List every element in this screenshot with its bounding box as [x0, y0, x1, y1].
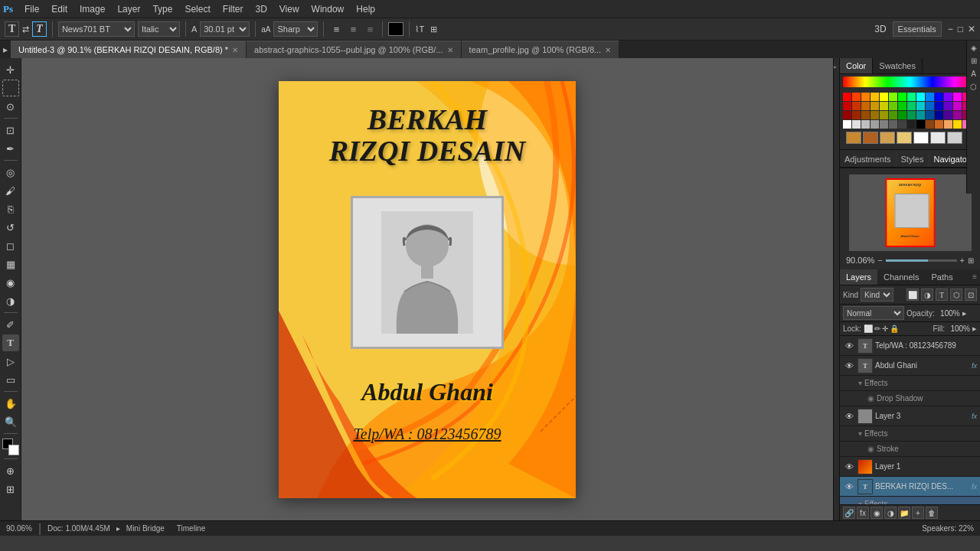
- type-tool[interactable]: T: [2, 334, 19, 351]
- layer-fx-abdulghani[interactable]: fx: [972, 362, 977, 370]
- tab-abstract[interactable]: abstract-graphics-1055--publ.jpg @ 100% …: [247, 41, 462, 58]
- swatch[interactable]: [935, 102, 943, 110]
- swatch[interactable]: [907, 111, 916, 119]
- tab-untitled3[interactable]: Untitled-3 @ 90.1% (BERKAH RIZQI DESAIN,…: [11, 41, 247, 58]
- layer-row-layer3[interactable]: 👁 Layer 3 fx: [840, 406, 980, 426]
- color-preset-2[interactable]: [863, 132, 878, 144]
- lock-position[interactable]: ✛: [882, 324, 888, 333]
- character-panel-button[interactable]: ⊞: [430, 24, 437, 34]
- color-preset-light[interactable]: [930, 132, 946, 144]
- fill-expand-icon[interactable]: ▸: [972, 324, 977, 334]
- maximize-button[interactable]: □: [958, 24, 963, 34]
- tab-abstract-close[interactable]: ✕: [447, 46, 453, 54]
- color-preset-4[interactable]: [897, 132, 912, 144]
- swatch[interactable]: [907, 102, 916, 110]
- font-size-dropdown[interactable]: 30.01 pt: [200, 21, 250, 37]
- align-center-button[interactable]: ≡: [346, 24, 360, 35]
- swatch[interactable]: [861, 102, 870, 110]
- filter-adjust[interactable]: ◑: [921, 289, 933, 301]
- layer-group-button[interactable]: 📁: [898, 507, 910, 519]
- selection-tool[interactable]: [2, 80, 19, 96]
- swatch[interactable]: [871, 111, 879, 119]
- swatch[interactable]: [843, 120, 851, 129]
- tab-channels[interactable]: Channels: [877, 269, 925, 285]
- rvi-shape[interactable]: ⬡: [970, 83, 977, 91]
- layer-new-button[interactable]: +: [912, 507, 924, 519]
- tab-styles[interactable]: Styles: [897, 152, 929, 167]
- tab-swatches[interactable]: Swatches: [873, 58, 923, 73]
- tab-untitled3-close[interactable]: ✕: [232, 46, 238, 54]
- fg-bg-colors[interactable]: [2, 439, 19, 455]
- swatch[interactable]: [916, 93, 925, 101]
- rvi-color[interactable]: ◈: [969, 44, 978, 52]
- menu-edit[interactable]: Edit: [46, 2, 73, 16]
- swatch[interactable]: [907, 93, 916, 101]
- lasso-tool[interactable]: ⊙: [2, 98, 19, 115]
- text-tool-toggle[interactable]: T: [5, 21, 19, 37]
- navigator-preview[interactable]: BERKAH RIZQI Abdul Ghani: [849, 174, 972, 251]
- tabs-expand-icon[interactable]: ▸: [3, 44, 8, 55]
- layer-style-button[interactable]: fx: [857, 507, 869, 519]
- swatch[interactable]: [843, 111, 851, 119]
- text-tool-active[interactable]: T: [32, 21, 47, 37]
- menu-file[interactable]: File: [19, 2, 44, 16]
- opacity-expand-icon[interactable]: ▸: [962, 308, 967, 318]
- swatch[interactable]: [953, 93, 962, 101]
- anti-alias-dropdown[interactable]: Sharp: [273, 21, 318, 37]
- rvi-adjust[interactable]: ⊞: [971, 57, 977, 65]
- color-preset-gray[interactable]: [947, 132, 962, 144]
- layer-fx-layer3[interactable]: fx: [972, 412, 977, 420]
- opacity-value[interactable]: 100%: [937, 309, 960, 318]
- background-color[interactable]: [8, 445, 19, 455]
- filter-shape[interactable]: ⬡: [950, 289, 962, 301]
- hand-tool[interactable]: ✋: [2, 395, 19, 412]
- crop-tool[interactable]: ⊡: [2, 122, 19, 139]
- font-style-dropdown[interactable]: Italic: [138, 21, 180, 37]
- menu-3d[interactable]: 3D: [250, 2, 272, 16]
- swatch[interactable]: [953, 102, 962, 110]
- swatch[interactable]: [898, 111, 906, 119]
- zoom-max-icon[interactable]: ⊞: [968, 256, 974, 265]
- swatch[interactable]: [898, 120, 906, 129]
- swatch[interactable]: [843, 93, 851, 101]
- warp-text-button[interactable]: ⌇T: [415, 24, 424, 34]
- swatch[interactable]: [861, 111, 870, 119]
- color-preset-white[interactable]: [913, 132, 929, 144]
- layers-panel-options[interactable]: ≡: [969, 269, 980, 285]
- layer-fx-berkah[interactable]: fx: [972, 483, 977, 491]
- align-left-button[interactable]: ≡: [329, 24, 343, 35]
- history-brush-tool[interactable]: ↺: [2, 219, 19, 236]
- filter-smart[interactable]: ⊡: [965, 289, 977, 301]
- move-tool[interactable]: ✛: [2, 61, 19, 78]
- lock-image[interactable]: ✏: [874, 324, 880, 333]
- tab-color[interactable]: Color: [840, 58, 873, 73]
- zoom-out-icon[interactable]: −: [877, 256, 882, 265]
- swatch[interactable]: [861, 120, 870, 129]
- swatch[interactable]: [944, 111, 952, 119]
- swatch[interactable]: [916, 102, 925, 110]
- filter-type[interactable]: T: [936, 289, 948, 301]
- swatch[interactable]: [880, 120, 888, 129]
- swatch[interactable]: [889, 102, 897, 110]
- swatch[interactable]: [944, 102, 952, 110]
- spot-heal-tool[interactable]: ◎: [2, 164, 19, 181]
- swatch[interactable]: [916, 111, 925, 119]
- blur-tool[interactable]: ◉: [2, 274, 19, 291]
- blend-mode-dropdown[interactable]: Normal: [843, 306, 904, 320]
- tab-adjustments[interactable]: Adjustments: [840, 152, 897, 167]
- status-arrow[interactable]: ▸: [116, 524, 120, 533]
- color-spectrum[interactable]: [843, 77, 977, 87]
- swatch[interactable]: [889, 111, 897, 119]
- layer-stroke-layer3[interactable]: ◉ Stroke: [840, 442, 980, 457]
- clone-tool[interactable]: ⎘: [2, 201, 19, 217]
- swatch[interactable]: [935, 93, 943, 101]
- zoom-in-icon[interactable]: +: [960, 256, 965, 265]
- mini-bridge-button[interactable]: Mini Bridge: [126, 524, 165, 533]
- fill-value[interactable]: 100%: [947, 324, 970, 333]
- swatch[interactable]: [889, 93, 897, 101]
- layer-link-button[interactable]: 🔗: [843, 507, 855, 519]
- lock-transparent[interactable]: ⬜: [864, 324, 873, 333]
- menu-type[interactable]: Type: [147, 2, 178, 16]
- layer-row-berkah[interactable]: 👁 T BERKAH RIZQI DES... fx: [840, 477, 980, 497]
- timeline-button[interactable]: Timeline: [177, 524, 205, 533]
